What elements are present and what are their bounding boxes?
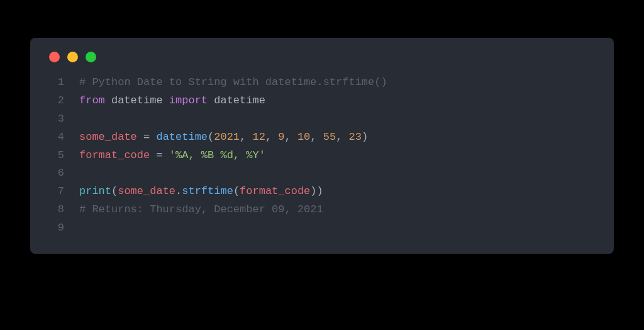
line-number: 9 [47,219,79,237]
code-line: 5format_code = '%A, %B %d, %Y' [47,147,597,165]
token-default: datetime [111,94,163,106]
close-icon[interactable] [49,52,60,62]
code-line: 1# Python Date to String with datetime.s… [47,74,597,92]
line-number: 2 [47,92,79,110]
code-line: 8# Returns: Thursday, December 09, 2021 [47,201,597,219]
minimize-icon[interactable] [67,52,78,62]
line-number: 7 [47,183,79,201]
token-default: datetime [214,94,265,106]
token-default [163,149,169,161]
token-comment: # Returns: Thursday, December 09, 2021 [79,203,323,215]
token-builtin: print [79,185,111,197]
token-variable: format_code [79,149,150,161]
line-content: print(some_date.strftime(format_code)) [79,183,323,201]
token-default [150,131,156,143]
token-punct: , [310,131,316,143]
token-number: 23 [349,131,362,143]
token-punct: = [143,131,150,143]
line-number: 6 [47,164,79,183]
token-default [150,149,156,161]
token-comment: # Python Date to String with datetime.st… [79,76,387,88]
token-number: 55 [323,131,336,143]
token-number: 10 [297,131,310,143]
token-function: datetime [156,131,208,143]
line-content: # Python Date to String with datetime.st… [79,74,387,92]
token-default [291,131,297,143]
token-punct: , [336,131,342,143]
token-default [163,94,169,106]
line-content: some_date = datetime(2021, 12, 9, 10, 55… [79,128,368,147]
token-string: '%A, %B %d, %Y' [169,149,265,161]
line-number: 1 [47,74,79,92]
line-content: format_code = '%A, %B %d, %Y' [79,147,265,165]
token-variable: some_date [118,185,175,197]
code-line: 7print(some_date.strftime(format_code)) [47,183,597,201]
token-default [342,131,348,143]
code-line: 4some_date = datetime(2021, 12, 9, 10, 5… [47,128,597,147]
token-default [105,94,111,106]
code-line: 3 [47,110,597,128]
token-punct: ( [233,185,240,197]
token-punct: = [156,149,162,161]
token-number: 2021 [214,131,240,143]
token-punct: ( [208,131,214,143]
code-block: 1# Python Date to String with datetime.s… [47,74,597,237]
token-default [317,131,323,143]
token-default [246,131,252,143]
token-punct: . [175,185,182,197]
token-default [208,94,214,106]
token-punct: ( [111,185,118,197]
code-line: 2from datetime import datetime [47,92,597,110]
token-punct: , [240,131,246,143]
token-default [272,131,278,143]
token-punct: ) [310,185,316,197]
token-default [137,131,143,143]
token-keyword: import [169,94,208,106]
line-content: # Returns: Thursday, December 09, 2021 [79,201,323,219]
token-variable: some_date [79,131,137,143]
traffic-lights [47,52,597,62]
code-line: 6 [47,164,597,183]
token-punct: , [265,131,272,143]
token-punct: ) [317,185,323,197]
token-function: strftime [182,185,233,197]
line-number: 5 [47,147,79,165]
token-punct: , [285,131,291,143]
code-window: 1# Python Date to String with datetime.s… [30,38,614,254]
token-variable: format_code [240,185,310,197]
token-punct: ) [362,131,368,143]
token-keyword: from [79,94,105,106]
token-number: 12 [252,131,265,143]
line-number: 8 [47,201,79,219]
code-line: 9 [47,219,597,237]
maximize-icon[interactable] [86,52,96,62]
line-number: 3 [47,110,79,128]
line-content: from datetime import datetime [79,92,265,110]
line-number: 4 [47,128,79,147]
token-number: 9 [278,131,284,143]
